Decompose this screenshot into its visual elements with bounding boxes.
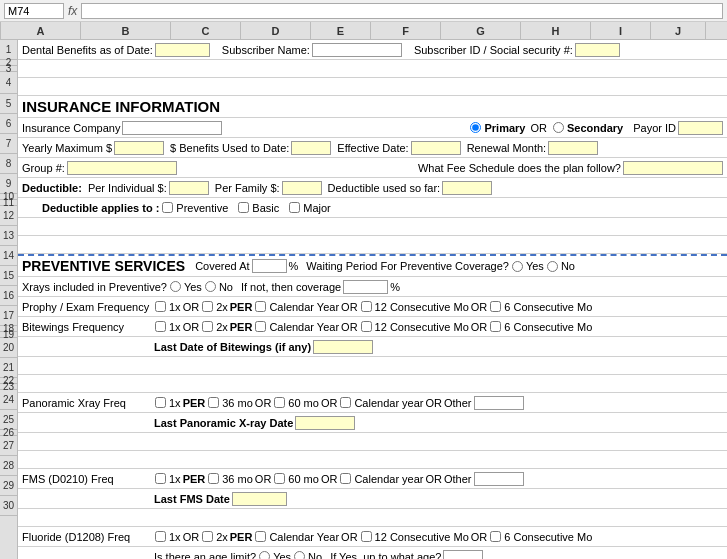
waiting-yes-radio[interactable] <box>512 261 523 272</box>
pan-other-input[interactable] <box>474 396 524 410</box>
fms-cal-label: Calendar year <box>354 473 423 485</box>
covered-at-label: Covered At <box>195 260 249 272</box>
last-bitewings-input[interactable] <box>313 340 373 354</box>
pan-or2-label: OR <box>321 397 338 409</box>
effective-date-input[interactable] <box>411 141 461 155</box>
flu-2x-chk[interactable] <box>202 531 213 542</box>
row-num-15: 15 <box>0 266 17 286</box>
pan-cal-chk[interactable] <box>340 397 351 408</box>
row-empty-19 <box>18 375 727 393</box>
prophy-1x-label: 1x <box>169 301 181 313</box>
fms-60-label: 60 mo <box>288 473 319 485</box>
flu-12c-chk[interactable] <box>361 531 372 542</box>
prophy-2x-chk[interactable] <box>202 301 213 312</box>
prophy-6c-label: 6 Consecutive Mo <box>504 301 592 313</box>
row-fluoride-age: Is there an age limit? Yes No If Yes, up… <box>18 547 727 559</box>
cell-reference[interactable] <box>4 3 64 19</box>
last-panoramic-input[interactable] <box>295 416 355 430</box>
flu-age-yes-radio[interactable] <box>259 551 270 559</box>
bitewings-label: Bitewings Frequency <box>22 321 152 333</box>
major-checkbox[interactable] <box>289 202 300 213</box>
fms-or1-label: OR <box>255 473 272 485</box>
waiting-period-label: Waiting Period For Preventive Coverage? <box>306 260 509 272</box>
prophy-12c-chk[interactable] <box>361 301 372 312</box>
bite-per-label: PER <box>230 321 253 333</box>
flu-age-no-radio[interactable] <box>294 551 305 559</box>
fms-60-chk[interactable] <box>274 473 285 484</box>
row-num-27: 27 <box>0 436 17 456</box>
fms-other-input[interactable] <box>474 472 524 486</box>
fms-or3-label: OR <box>426 473 443 485</box>
fee-schedule-input[interactable] <box>623 161 723 175</box>
row-empty-2 <box>18 60 727 78</box>
row-numbers: 1 2 3 4 5 6 7 8 9 10 11 12 13 14 15 16 1… <box>0 40 18 559</box>
fms-1x-chk[interactable] <box>155 473 166 484</box>
per-individual-input[interactable] <box>169 181 209 195</box>
covered-at-input[interactable] <box>252 259 287 273</box>
pan-1x-chk[interactable] <box>155 397 166 408</box>
xray-yes-label: Yes <box>184 281 202 293</box>
col-header-i: I <box>591 22 651 39</box>
flu-cal-chk[interactable] <box>255 531 266 542</box>
flu-6c-chk[interactable] <box>490 531 501 542</box>
secondary-radio[interactable] <box>553 122 564 133</box>
flu-age-yes-label: Yes <box>273 551 291 560</box>
row-last-fms: Last FMS Date <box>18 489 727 509</box>
col-header-k: K <box>706 22 727 39</box>
xray-coverage-input[interactable] <box>343 280 388 294</box>
xray-yes-radio[interactable] <box>170 281 181 292</box>
preventive-checkbox[interactable] <box>162 202 173 213</box>
preventive-applies-label: Preventive <box>176 202 228 214</box>
benefits-used-input[interactable] <box>291 141 331 155</box>
insurance-info-title: INSURANCE INFORMATION <box>22 98 220 115</box>
xray-no-radio[interactable] <box>205 281 216 292</box>
fms-or2-label: OR <box>321 473 338 485</box>
effective-date-label: Effective Date: <box>337 142 408 154</box>
basic-checkbox[interactable] <box>238 202 249 213</box>
dental-benefits-date-input[interactable] <box>155 43 210 57</box>
group-number-input[interactable] <box>67 161 177 175</box>
row-num-12: 12 <box>0 206 17 226</box>
prophy-6c-chk[interactable] <box>490 301 501 312</box>
renewal-month-input[interactable] <box>548 141 598 155</box>
pan-per-label: PER <box>183 397 206 409</box>
pan-36-chk[interactable] <box>208 397 219 408</box>
flu-age-input[interactable] <box>443 550 483 560</box>
row-num-28: 28 <box>0 456 17 476</box>
waiting-no-radio[interactable] <box>547 261 558 272</box>
prophy-1x-chk[interactable] <box>155 301 166 312</box>
spreadsheet-content: Dental Benefits as of Date: Subscriber N… <box>18 40 727 559</box>
col-header-e: E <box>311 22 371 39</box>
secondary-label: Secondary <box>567 122 623 134</box>
deductible-used-input[interactable] <box>442 181 492 195</box>
prophy-cal-chk[interactable] <box>255 301 266 312</box>
prophy-or1-label: OR <box>183 301 200 313</box>
subscriber-name-label: Subscriber Name: <box>222 44 310 56</box>
prophy-12c-label: 12 Consecutive Mo <box>375 301 469 313</box>
deductible-label: Deductible: <box>22 182 82 194</box>
primary-radio[interactable] <box>470 122 481 133</box>
bite-6c-chk[interactable] <box>490 321 501 332</box>
bite-cal-chk[interactable] <box>255 321 266 332</box>
flu-1x-chk[interactable] <box>155 531 166 542</box>
yearly-max-input[interactable] <box>114 141 164 155</box>
col-header-a: A <box>1 22 81 39</box>
bite-12c-chk[interactable] <box>361 321 372 332</box>
row-num-14: 14 <box>0 246 17 266</box>
bite-2x-chk[interactable] <box>202 321 213 332</box>
pan-60-label: 60 mo <box>288 397 319 409</box>
fms-cal-chk[interactable] <box>340 473 351 484</box>
pan-60-chk[interactable] <box>274 397 285 408</box>
last-fms-input[interactable] <box>232 492 287 506</box>
basic-applies-label: Basic <box>252 202 279 214</box>
fms-36-chk[interactable] <box>208 473 219 484</box>
insurance-company-input[interactable] <box>122 121 222 135</box>
pan-1x-label: 1x <box>169 397 181 409</box>
bite-1x-chk[interactable] <box>155 321 166 332</box>
payor-id-input[interactable] <box>678 121 723 135</box>
subscriber-id-input[interactable] <box>575 43 620 57</box>
prophy-2x-label: 2x <box>216 301 228 313</box>
bite-cal-label: Calendar Year <box>269 321 339 333</box>
per-family-input[interactable] <box>282 181 322 195</box>
subscriber-name-input[interactable] <box>312 43 402 57</box>
